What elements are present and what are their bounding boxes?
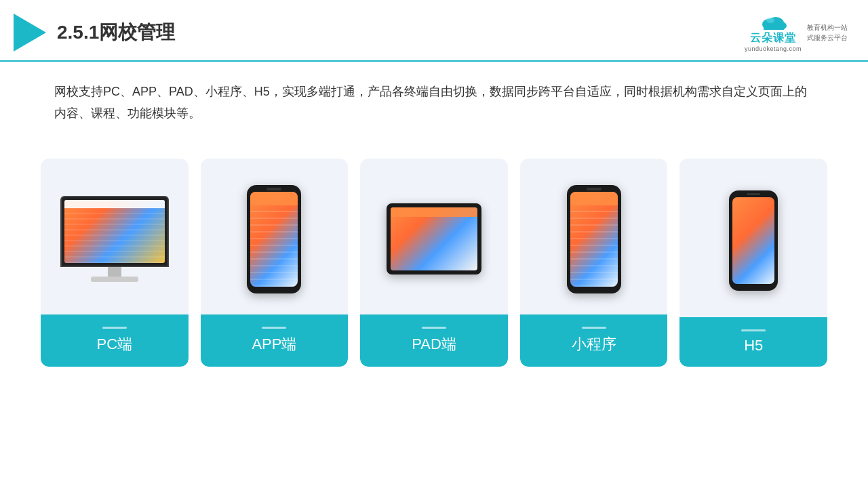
- pc-label: PC端: [41, 314, 189, 367]
- description-text: 网校支持PC、APP、PAD、小程序、H5，实现多端打通，产品各终端自由切换，数…: [0, 62, 868, 131]
- svg-point-4: [766, 18, 774, 23]
- brand-slogan-line1: 教育机构一站: [807, 22, 848, 33]
- miniprogram-label: 小程序: [520, 314, 668, 367]
- miniprogram-card: 小程序: [520, 159, 668, 367]
- h5-phone-screen: [732, 197, 774, 284]
- brand-name: 云朵课堂: [750, 31, 796, 45]
- cloud-icon: [757, 12, 789, 31]
- pad-card: PAD端: [360, 159, 508, 367]
- pc-neck: [108, 267, 121, 277]
- miniprogram-phone-screen: [570, 192, 618, 287]
- app-phone-mockup: [247, 185, 301, 293]
- header: 2.5.1网校管理 云朵课堂 yunduoketang.com 教育机构一站 式…: [0, 0, 868, 62]
- header-left: 2.5.1网校管理: [14, 14, 175, 52]
- h5-image-area: [679, 159, 827, 317]
- label-divider-5: [741, 329, 766, 331]
- app-label: APP端: [201, 314, 349, 367]
- pc-screen-inner: [64, 200, 165, 263]
- pad-tablet-mockup: [387, 203, 481, 274]
- app-card: APP端: [201, 159, 349, 367]
- brand-area: 云朵课堂 yunduoketang.com 教育机构一站 式服务云平台: [745, 12, 848, 52]
- app-image-area: [201, 159, 349, 314]
- logo-triangle-icon: [14, 14, 46, 52]
- miniprogram-phone-mockup: [567, 185, 621, 293]
- h5-label: H5: [679, 317, 827, 367]
- label-divider-2: [262, 327, 286, 329]
- page-title: 2.5.1网校管理: [57, 20, 175, 45]
- pc-screen-outer: [60, 196, 169, 267]
- device-cards-container: PC端 APP端 PAD端: [0, 138, 868, 380]
- label-divider-4: [582, 327, 606, 329]
- pc-base: [91, 277, 138, 282]
- brand-slogan: 教育机构一站 式服务云平台: [807, 22, 848, 43]
- brand-logo: 云朵课堂 yunduoketang.com: [745, 12, 802, 52]
- brand-url: yunduoketang.com: [745, 45, 802, 52]
- pc-mockup: [60, 196, 169, 282]
- label-divider: [102, 327, 127, 329]
- pad-image-area: [360, 159, 508, 314]
- miniprogram-image-area: [520, 159, 668, 314]
- description-paragraph: 网校支持PC、APP、PAD、小程序、H5，实现多端打通，产品各终端自由切换，数…: [54, 81, 814, 125]
- pc-card: PC端: [41, 159, 189, 367]
- pad-label: PAD端: [360, 314, 508, 367]
- label-divider-3: [422, 327, 446, 329]
- app-phone-screen: [250, 192, 298, 287]
- pc-image-area: [41, 159, 189, 314]
- brand-slogan-line2: 式服务云平台: [807, 33, 848, 43]
- svg-rect-3: [764, 24, 784, 30]
- h5-card: H5: [679, 159, 827, 367]
- pad-tablet-screen: [391, 207, 477, 270]
- h5-phone-mockup: [729, 190, 778, 291]
